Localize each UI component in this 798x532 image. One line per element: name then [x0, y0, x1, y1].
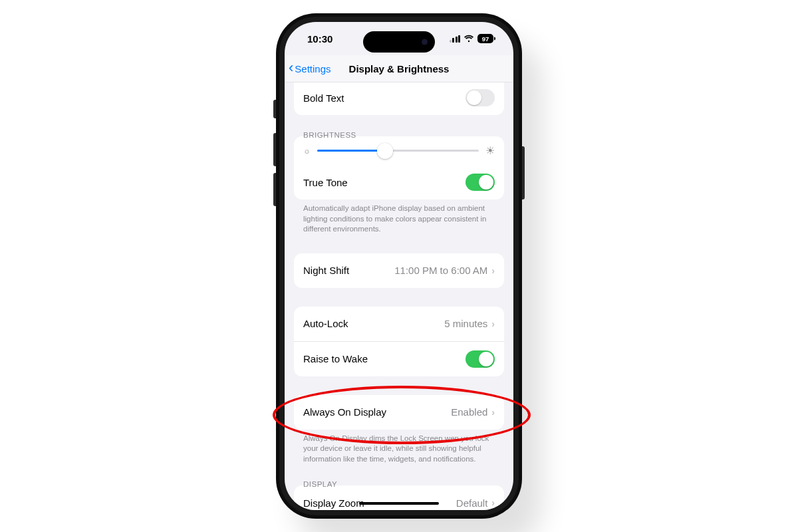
status-time: 10:30	[307, 33, 332, 45]
bold-text-label: Bold Text	[303, 92, 344, 104]
footer-true-tone: Automatically adapt iPhone display based…	[303, 203, 495, 235]
raise-to-wake-label: Raise to Wake	[303, 353, 368, 364]
chevron-left-icon: ‹	[289, 61, 293, 75]
row-true-tone[interactable]: True Tone	[294, 165, 504, 200]
group-brightness: ☼ ☀ True Tone	[294, 136, 504, 200]
group-always-on-display: Always On Display Enabled ›	[294, 395, 504, 430]
row-brightness-slider[interactable]: ☼ ☀	[294, 136, 504, 165]
toggle-bold-text[interactable]	[466, 89, 495, 106]
nav-bar: ‹ Settings Display & Brightness	[285, 55, 513, 82]
cellular-signal-icon	[450, 35, 461, 43]
group-appearance-tail: Bold Text	[294, 82, 504, 115]
battery-icon: 97	[477, 34, 493, 43]
back-label: Settings	[295, 63, 331, 74]
chevron-right-icon: ›	[491, 319, 495, 329]
aod-detail: Enabled	[451, 406, 487, 418]
chevron-right-icon: ›	[491, 265, 495, 276]
chevron-right-icon: ›	[491, 497, 495, 508]
chevron-right-icon: ›	[491, 407, 495, 418]
brightness-slider[interactable]	[317, 150, 479, 152]
back-button[interactable]: ‹ Settings	[285, 62, 331, 75]
sun-bright-icon: ☀	[485, 144, 495, 157]
night-shift-detail: 11:00 PM to 6:00 AM	[394, 265, 487, 276]
sun-dim-icon: ☼	[303, 146, 311, 156]
group-night-shift: Night Shift 11:00 PM to 6:00 AM ›	[294, 253, 504, 288]
display-zoom-label: Display Zoom	[303, 497, 364, 509]
footer-aod: Always On Display dims the Lock Screen w…	[303, 434, 495, 465]
screen: 10:30 97 ‹ Settings	[285, 22, 513, 510]
group-lock: Auto-Lock 5 minutes › Raise to Wake	[294, 307, 504, 376]
row-night-shift[interactable]: Night Shift 11:00 PM to 6:00 AM ›	[294, 253, 504, 288]
wifi-icon	[464, 35, 474, 43]
toggle-raise-to-wake[interactable]	[466, 350, 495, 368]
group-display: Display Zoom Default ›	[294, 485, 504, 510]
home-indicator[interactable]	[359, 502, 439, 505]
battery-level: 97	[482, 35, 489, 43]
row-bold-text[interactable]: Bold Text	[294, 82, 504, 115]
toggle-true-tone[interactable]	[466, 174, 495, 191]
true-tone-label: True Tone	[303, 177, 348, 188]
night-shift-label: Night Shift	[303, 265, 349, 276]
dynamic-island	[363, 31, 435, 53]
row-raise-to-wake[interactable]: Raise to Wake	[294, 341, 504, 376]
auto-lock-detail: 5 minutes	[444, 318, 487, 329]
row-auto-lock[interactable]: Auto-Lock 5 minutes ›	[294, 307, 504, 341]
aod-label: Always On Display	[303, 406, 386, 418]
display-zoom-detail: Default	[456, 497, 488, 509]
row-always-on-display[interactable]: Always On Display Enabled ›	[294, 395, 504, 430]
settings-content[interactable]: Bold Text BRIGHTNESS ☼ ☀	[285, 82, 513, 510]
row-display-zoom[interactable]: Display Zoom Default ›	[294, 485, 504, 510]
auto-lock-label: Auto-Lock	[303, 318, 348, 329]
